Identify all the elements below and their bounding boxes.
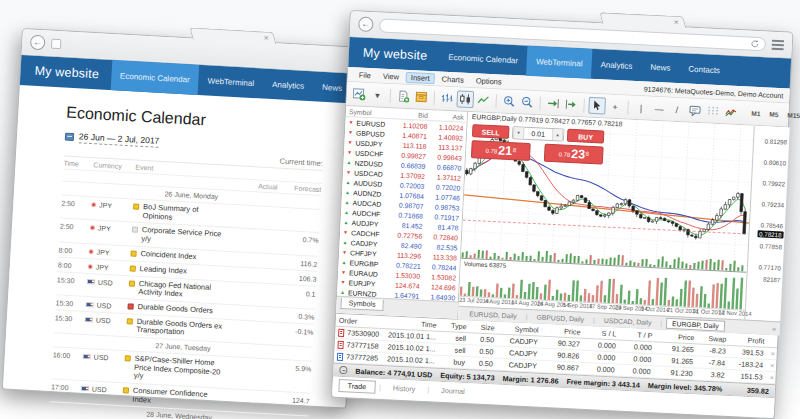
autoscroll-icon[interactable]: [544, 95, 562, 113]
bottom-tab-trade[interactable]: Trade: [338, 378, 375, 393]
order-time: 2015.10.02 1...: [380, 354, 438, 366]
event-forecast: -0.1%: [269, 325, 313, 335]
bid-value: 1.53030: [384, 270, 420, 279]
chart-tab-eurusd-daily[interactable]: EURUSD, Daily: [464, 309, 522, 321]
lot-value[interactable]: 0.01: [524, 130, 552, 138]
nav-tab-news[interactable]: News: [641, 51, 680, 83]
nav-tab-webterminal[interactable]: WebTerminal: [198, 65, 264, 99]
crosshair-icon[interactable]: +: [606, 98, 624, 116]
lot-stepper: ▾ 0.01 ▴: [512, 126, 565, 142]
close-position-button[interactable]: ×: [765, 374, 777, 382]
menu-file[interactable]: File: [354, 69, 377, 81]
nav-tab-economic-calendar[interactable]: Economic Calendar: [110, 60, 199, 95]
indicators-icon[interactable]: [722, 103, 740, 121]
symbol-name: GBPUSD: [356, 129, 391, 138]
sell-button[interactable]: SELL: [472, 124, 510, 139]
trend-icon[interactable]: /: [668, 101, 686, 119]
more-tabs-icon[interactable]: »: [772, 325, 776, 332]
chart-tab-gbpusd-daily[interactable]: GBPUSD, Daily: [531, 312, 589, 324]
symbols-tab[interactable]: Symbols: [340, 298, 383, 311]
event-text[interactable]: Consumer Confidence Index: [132, 387, 220, 409]
cursor-icon[interactable]: [588, 97, 606, 115]
shift-icon[interactable]: [562, 96, 580, 114]
impact-icon: [125, 355, 131, 361]
order-symbol: CADJPY: [497, 336, 541, 347]
event-text[interactable]: Leading Index: [140, 264, 188, 275]
lot-decrease-button[interactable]: ▾: [513, 127, 525, 139]
timeframe-m1[interactable]: M1: [747, 107, 765, 121]
event-forecast: 116.2: [273, 257, 317, 267]
label-icon[interactable]: [686, 102, 704, 120]
close-position-button[interactable]: ×: [766, 362, 778, 370]
caret-icon[interactable]: ▾: [368, 86, 386, 104]
chart-tab-usdcad-daily[interactable]: USDCAD, Daily: [599, 316, 657, 328]
timeframe-m5[interactable]: M5: [765, 107, 783, 121]
ask-price[interactable]: 0.78238: [544, 144, 604, 165]
event-text[interactable]: BoJ Summary of Opinions: [142, 203, 230, 225]
menu-icon[interactable]: [772, 39, 784, 50]
event-actual: [226, 360, 268, 363]
nav-tab-analytics[interactable]: Analytics: [591, 49, 642, 81]
bottom-tab-history[interactable]: History: [385, 382, 424, 395]
one-click-trading-widget: SELL ▾ 0.01 ▴ BUY 0.78218 0.78238: [471, 124, 605, 164]
hline-icon[interactable]: —: [650, 100, 668, 118]
chart-tab-eurgbp-daily[interactable]: EURGBP, Daily: [666, 318, 725, 332]
event-text[interactable]: S&P/Case-Shiller Home Price Index Compos…: [133, 355, 221, 386]
bid-price[interactable]: 0.78218: [471, 140, 531, 161]
col-actual: Actual: [235, 181, 277, 190]
tab-close-icon[interactable]: ×: [264, 33, 269, 44]
site-brand[interactable]: My website: [20, 63, 111, 82]
volume-axis-label: 82187: [763, 276, 781, 284]
jpy-flag-icon: [88, 264, 93, 269]
site-brand[interactable]: My website: [349, 45, 440, 63]
symbol-name: AUDCHF: [352, 209, 387, 218]
nav-tab-economic-calendar[interactable]: Economic Calendar: [439, 41, 528, 75]
menu-view[interactable]: View: [378, 70, 405, 82]
nav-tab-webterminal[interactable]: WebTerminal: [526, 46, 592, 79]
currency-code: USD: [96, 301, 111, 309]
buy-button[interactable]: BUY: [567, 129, 605, 144]
menu-insert[interactable]: Insert: [406, 71, 435, 83]
order-id-cell: 73777158: [334, 340, 380, 351]
ask-value: 1.40892: [427, 132, 463, 141]
order-type: sell: [439, 333, 469, 343]
menu-options[interactable]: Options: [471, 74, 507, 87]
nav-tab-contacts[interactable]: Contacts: [679, 53, 730, 85]
bars-icon[interactable]: [438, 89, 456, 107]
back-button[interactable]: ←: [30, 34, 46, 50]
new-order-icon[interactable]: [394, 87, 412, 105]
event-text[interactable]: Corporate Service Price y/y: [141, 226, 229, 248]
refresh-icon[interactable]: [749, 34, 760, 52]
chart-panel: EURGBP,Daily 0.77819 0.78427 0.77657 0.7…: [458, 112, 788, 334]
cycle-icon[interactable]: [704, 102, 722, 120]
usd-flag-icon: [85, 317, 93, 322]
tab-close-icon[interactable]: ×: [674, 17, 679, 28]
archive-icon[interactable]: [412, 88, 430, 106]
new-chart-icon[interactable]: [350, 85, 368, 103]
event-text[interactable]: Coincident Index: [140, 249, 196, 261]
orders-col-close: [767, 341, 779, 342]
orders-col-type: Type: [440, 320, 470, 330]
usd-flag-icon: [86, 302, 94, 307]
orders-col-swap: Swap: [697, 333, 729, 344]
zoom-in-icon[interactable]: [500, 92, 518, 110]
order-tp: 0.000: [619, 342, 655, 353]
zoom-out-icon[interactable]: [518, 93, 536, 111]
back-button[interactable]: ←: [358, 16, 374, 32]
candles-icon[interactable]: [456, 90, 474, 108]
timeframe-m15[interactable]: M15: [783, 108, 800, 122]
event-time: 15:30: [56, 298, 86, 308]
bottom-tab-journal[interactable]: Journal: [433, 384, 473, 397]
menu-charts[interactable]: Charts: [436, 73, 469, 86]
vline-icon[interactable]: |: [632, 99, 650, 117]
event-forecast: 124.7: [265, 394, 309, 404]
lot-increase-button[interactable]: ▴: [552, 129, 564, 141]
price-axis-label: 0.80610: [764, 158, 787, 166]
collapse-icon[interactable]: [339, 366, 347, 374]
status-segment: Margin: 1 276.86: [502, 373, 558, 385]
event-text[interactable]: Durable Goods Orders ex Transportation: [136, 318, 224, 340]
event-text[interactable]: Chicago Fed National Activity Index: [138, 279, 226, 301]
close-position-button[interactable]: ×: [767, 350, 779, 358]
line-icon[interactable]: [474, 91, 492, 109]
nav-tab-analytics[interactable]: Analytics: [262, 69, 314, 102]
